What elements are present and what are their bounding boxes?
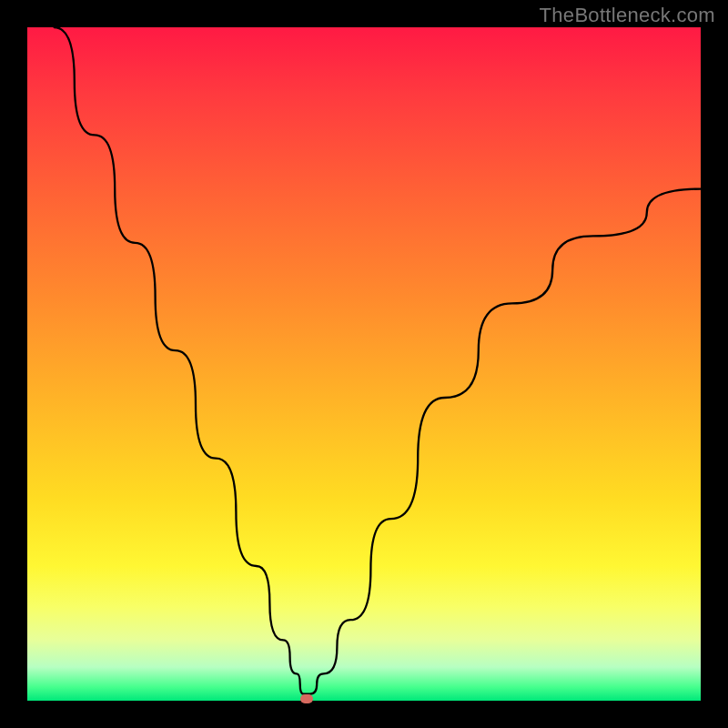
bottleneck-curve (27, 27, 701, 701)
curve-path (55, 27, 701, 694)
minimum-marker (300, 694, 313, 703)
watermark-text: TheBottleneck.com (540, 4, 715, 27)
plot-area (27, 27, 701, 701)
chart-frame: TheBottleneck.com (0, 0, 728, 728)
